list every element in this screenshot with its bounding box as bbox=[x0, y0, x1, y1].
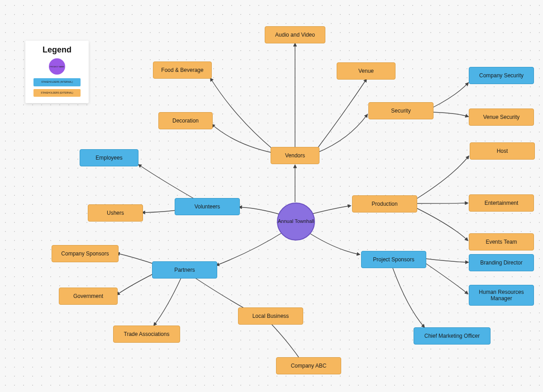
node-decoration[interactable]: Decoration bbox=[158, 112, 213, 129]
node-entertainment[interactable]: Entertainment bbox=[469, 194, 534, 212]
legend-external-swatch: STAKEHOLDERS (EXTERNAL) bbox=[33, 89, 81, 97]
node-venue[interactable]: Venue bbox=[337, 62, 395, 80]
node-company-abc[interactable]: Company ABC bbox=[276, 357, 341, 374]
node-partners[interactable]: Partners bbox=[152, 261, 217, 279]
node-company-sponsors[interactable]: Company Sponsors bbox=[52, 245, 119, 262]
node-food-beverage[interactable]: Food & Beverage bbox=[153, 61, 212, 79]
node-ushers[interactable]: Ushers bbox=[88, 204, 143, 222]
center-node[interactable]: Annual Townhall bbox=[277, 203, 315, 241]
node-government[interactable]: Government bbox=[59, 288, 118, 305]
node-host[interactable]: Host bbox=[470, 142, 535, 160]
node-branding-director[interactable]: Branding Director bbox=[469, 254, 534, 271]
node-project-sponsors[interactable]: Project Sponsors bbox=[361, 251, 426, 268]
node-venue-security[interactable]: Venue Security bbox=[469, 109, 534, 126]
node-security[interactable]: Security bbox=[368, 102, 433, 119]
node-audio-video[interactable]: Audio and Video bbox=[265, 26, 325, 43]
node-hr-manager[interactable]: Human Resources Manager bbox=[469, 285, 534, 306]
legend-title: Legend bbox=[30, 45, 84, 55]
legend-internal-swatch: STAKEHOLDERS (INTERNAL) bbox=[33, 78, 81, 86]
legend-panel[interactable]: Legend PROJECT NAME STAKEHOLDERS (INTERN… bbox=[25, 41, 89, 103]
node-volunteers[interactable]: Volunteers bbox=[175, 198, 240, 215]
node-trade-associations[interactable]: Trade Associations bbox=[113, 326, 180, 343]
node-events-team[interactable]: Events Team bbox=[469, 233, 534, 250]
diagram-canvas[interactable]: Annual Townhall Vendors Audio and Video … bbox=[0, 0, 543, 392]
node-cmo[interactable]: Chief Marketing Officer bbox=[414, 327, 491, 345]
node-production[interactable]: Production bbox=[352, 195, 417, 213]
node-employees[interactable]: Employees bbox=[80, 149, 138, 166]
node-vendors[interactable]: Vendors bbox=[271, 147, 319, 164]
center-label: Annual Townhall bbox=[278, 218, 314, 224]
node-company-security[interactable]: Company Security bbox=[469, 67, 534, 84]
node-local-business[interactable]: Local Business bbox=[238, 307, 303, 325]
legend-center-swatch: PROJECT NAME bbox=[49, 58, 65, 75]
